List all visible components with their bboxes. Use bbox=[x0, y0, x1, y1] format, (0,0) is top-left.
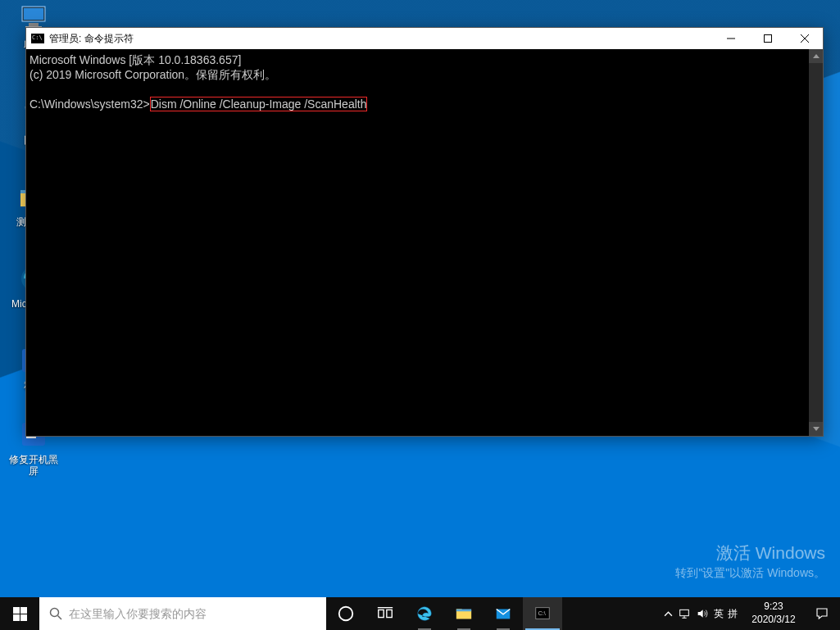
clock-date: 2020/3/12 bbox=[751, 614, 795, 627]
svg-text:C:\: C:\ bbox=[538, 610, 547, 617]
file-explorer-button[interactable] bbox=[444, 597, 484, 630]
close-button[interactable] bbox=[786, 28, 823, 49]
highlighted-command: Dism /Online /Cleanup-Image /ScanHealth bbox=[150, 97, 368, 111]
cmd-taskbar-button[interactable]: C:\ bbox=[523, 597, 562, 630]
system-tray[interactable]: 英 拼 bbox=[659, 597, 743, 630]
scroll-track[interactable] bbox=[809, 63, 823, 422]
cmd-icon bbox=[31, 34, 44, 43]
scroll-down-button[interactable] bbox=[809, 422, 823, 436]
circle-icon bbox=[337, 605, 355, 623]
scrollbar[interactable] bbox=[809, 49, 823, 436]
edge-icon bbox=[415, 605, 434, 623]
edge-taskbar-button[interactable] bbox=[405, 597, 444, 630]
mail-icon bbox=[494, 605, 512, 623]
svg-line-18 bbox=[58, 616, 62, 620]
activation-watermark: 激活 Windows 转到"设置"以激活 Windows。 bbox=[675, 542, 825, 581]
task-view-button[interactable] bbox=[366, 597, 405, 630]
windows-logo-icon bbox=[13, 607, 27, 621]
notification-icon bbox=[815, 606, 829, 621]
terminal-icon: C:\ bbox=[534, 605, 552, 623]
action-center-button[interactable] bbox=[804, 597, 840, 630]
cortana-button[interactable] bbox=[326, 597, 366, 630]
clock[interactable]: 9:23 2020/3/12 bbox=[743, 597, 804, 630]
svg-point-19 bbox=[339, 607, 353, 621]
terminal-output[interactable]: Microsoft Windows [版本 10.0.18363.657] (c… bbox=[26, 49, 809, 436]
maximize-button[interactable] bbox=[749, 28, 786, 49]
clock-time: 9:23 bbox=[751, 601, 795, 614]
svg-rect-2 bbox=[29, 23, 39, 26]
minimize-button[interactable] bbox=[712, 28, 749, 49]
scroll-up-button[interactable] bbox=[809, 49, 823, 63]
svg-point-17 bbox=[51, 609, 59, 617]
titlebar[interactable]: 管理员: 命令提示符 bbox=[26, 28, 823, 49]
task-view-icon bbox=[376, 605, 394, 623]
search-box[interactable] bbox=[39, 597, 326, 630]
folder-icon bbox=[455, 605, 473, 623]
desktop[interactable]: 此…回…测试1…Mic… E…秒…修复开机黑屏 激活 Windows 转到"设置… bbox=[0, 0, 840, 630]
tray-chevron-up-icon[interactable] bbox=[664, 610, 673, 619]
search-icon bbox=[49, 607, 62, 620]
mail-button[interactable] bbox=[484, 597, 523, 630]
svg-rect-1 bbox=[24, 8, 43, 20]
svg-rect-23 bbox=[456, 610, 471, 612]
volume-icon[interactable] bbox=[696, 607, 709, 620]
svg-rect-20 bbox=[379, 610, 384, 617]
watermark-line2: 转到"设置"以激活 Windows。 bbox=[675, 566, 825, 581]
window-title: 管理员: 命令提示符 bbox=[49, 32, 712, 46]
svg-rect-21 bbox=[387, 610, 392, 617]
search-input[interactable] bbox=[69, 607, 316, 620]
watermark-line1: 激活 Windows bbox=[675, 542, 825, 564]
network-icon[interactable] bbox=[678, 607, 691, 620]
command-prompt-window[interactable]: 管理员: 命令提示符 Microsoft Windows [版本 10.0.18… bbox=[25, 27, 824, 437]
svg-rect-27 bbox=[679, 610, 688, 615]
ime-indicator[interactable]: 英 拼 bbox=[714, 607, 738, 621]
taskbar: C:\ 英 拼 9:23 2020/3/12 bbox=[0, 597, 840, 630]
desktop-icon-label: 修复开机黑屏 bbox=[5, 454, 62, 478]
start-button[interactable] bbox=[0, 597, 39, 630]
svg-rect-14 bbox=[764, 35, 771, 43]
